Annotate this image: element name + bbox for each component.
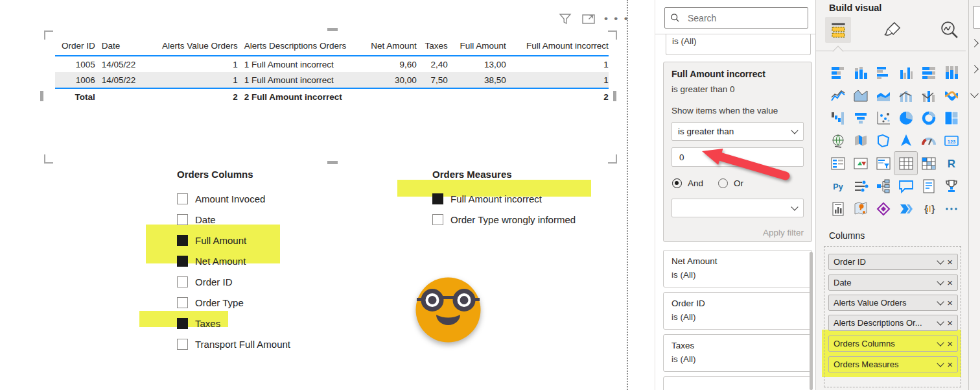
- column-header[interactable]: Date: [95, 36, 141, 56]
- visual-type-filled-map-icon[interactable]: [849, 129, 872, 152]
- chevron-down-icon[interactable]: [937, 339, 944, 346]
- and-radio[interactable]: [672, 178, 682, 188]
- selection-handle[interactable]: [327, 161, 338, 164]
- chevron-down-icon[interactable]: [937, 278, 944, 285]
- chevron-down-icon[interactable]: [937, 360, 944, 367]
- selection-handle[interactable]: [613, 91, 616, 101]
- table-cell[interactable]: 2,40: [417, 56, 448, 72]
- filter-card-partial-bottom[interactable]: [663, 376, 812, 390]
- visual-type-table-icon[interactable]: [894, 152, 917, 175]
- visual-type-r-script-visual-icon[interactable]: R: [940, 152, 962, 175]
- visual-type-100-stacked-column-chart-icon[interactable]: [940, 61, 962, 84]
- table-cell[interactable]: 14/05/22: [95, 72, 141, 88]
- unchecked-checkbox[interactable]: [177, 214, 188, 225]
- slicer-item[interactable]: Transport Full Amount: [177, 334, 290, 354]
- selection-handle[interactable]: [44, 30, 53, 40]
- selection-handle[interactable]: [608, 30, 617, 40]
- visual-type-100-stacked-bar-chart-icon[interactable]: [917, 61, 940, 84]
- visual-type-pie-chart-icon[interactable]: [894, 106, 917, 129]
- checked-checkbox[interactable]: [177, 318, 188, 329]
- column-header[interactable]: Full Amount incorrect: [506, 36, 609, 56]
- chevron-down-icon[interactable]: [937, 257, 944, 264]
- checked-checkbox[interactable]: [432, 193, 443, 204]
- visual-type-matrix-icon[interactable]: [917, 152, 940, 175]
- table-cell[interactable]: 38,50: [448, 72, 506, 88]
- column-header[interactable]: Full Amount: [448, 36, 506, 56]
- selection-handle[interactable]: [40, 91, 43, 101]
- apply-filter-button[interactable]: Apply filter: [671, 228, 804, 238]
- table-cell[interactable]: 1: [141, 72, 238, 88]
- slicer-item[interactable]: Full Amount: [177, 230, 290, 250]
- visual-type-ribbon-chart-icon[interactable]: [940, 84, 962, 106]
- unchecked-checkbox[interactable]: [177, 193, 188, 204]
- column-header[interactable]: Order ID: [55, 36, 95, 56]
- visual-type-area-chart-icon[interactable]: [849, 84, 872, 106]
- column-header[interactable]: Alerts Value Orders: [141, 36, 238, 56]
- focus-mode-icon[interactable]: [581, 10, 596, 27]
- remove-field-icon[interactable]: ×: [947, 258, 953, 266]
- visual-type-clustered-column-chart-icon[interactable]: [894, 61, 917, 84]
- field-pill-date[interactable]: Date×: [828, 274, 958, 291]
- remove-field-icon[interactable]: ×: [947, 319, 953, 327]
- pane-expand-chevron-right-icon[interactable]: [970, 65, 979, 73]
- unchecked-checkbox[interactable]: [177, 276, 188, 287]
- visual-type-funnel-chart-icon[interactable]: [849, 106, 872, 129]
- orders-table-visual[interactable]: Order IDDateAlerts Value OrdersAlerts De…: [55, 36, 609, 104]
- second-operator-dropdown[interactable]: [671, 199, 804, 217]
- unchecked-checkbox[interactable]: [177, 339, 188, 350]
- visual-type-stacked-column-chart-icon[interactable]: [849, 61, 872, 84]
- remove-field-icon[interactable]: ×: [947, 361, 953, 369]
- table-cell[interactable]: 1: [141, 56, 238, 72]
- column-header[interactable]: Taxes: [417, 36, 448, 56]
- visual-type-line-chart-icon[interactable]: [826, 84, 849, 106]
- field-pill-orders-measures[interactable]: Orders Measures×: [828, 356, 958, 372]
- table-cell[interactable]: 7,50: [417, 72, 448, 88]
- pane-expand-chevron-right-icon[interactable]: [970, 39, 979, 47]
- visual-type-kpi-icon[interactable]: [849, 152, 872, 175]
- slicer-item[interactable]: Order Type wrongly informed: [432, 209, 576, 230]
- field-pill-alerts-value-orders[interactable]: Alerts Value Orders×: [828, 295, 958, 311]
- unchecked-checkbox[interactable]: [432, 214, 443, 225]
- visual-type-scatter-chart-icon[interactable]: [872, 106, 894, 129]
- visual-type-waterfall-chart-icon[interactable]: [826, 106, 849, 129]
- visual-type-power-apps-icon[interactable]: [872, 197, 894, 220]
- table-cell[interactable]: 9,60: [356, 56, 417, 72]
- visual-type-donut-chart-icon[interactable]: [917, 106, 940, 129]
- selection-handle[interactable]: [608, 154, 617, 164]
- visual-type-gauge-icon[interactable]: [917, 129, 940, 152]
- visual-type-card-icon[interactable]: 123: [940, 129, 962, 152]
- selection-handle[interactable]: [327, 28, 338, 31]
- field-pill-order-id[interactable]: Order ID×: [828, 254, 958, 270]
- column-header[interactable]: Alerts Descriptions Orders: [238, 36, 356, 56]
- filter-card-net-amount[interactable]: Net Amountis (All): [663, 250, 812, 287]
- remove-field-icon[interactable]: ×: [947, 340, 953, 348]
- unchecked-checkbox[interactable]: [177, 297, 188, 308]
- filter-card-partial[interactable]: is (All): [666, 34, 811, 55]
- visual-type-map-icon[interactable]: [826, 129, 849, 152]
- visual-type-multi-row-card-icon[interactable]: [826, 152, 849, 175]
- visual-type-smart-narrative-icon[interactable]: [917, 175, 940, 197]
- tab-format[interactable]: [880, 17, 905, 43]
- pane-expand-chevron-down-icon[interactable]: [970, 90, 979, 98]
- remove-field-icon[interactable]: ×: [947, 279, 953, 287]
- table-cell[interactable]: 1006: [55, 72, 95, 88]
- visual-type-line-and-stacked-column-chart-icon[interactable]: [894, 84, 917, 106]
- table-row[interactable]: 100614/05/2211 Full Amount incorrect30,0…: [55, 72, 609, 88]
- visual-type-stacked-area-chart-icon[interactable]: [872, 84, 894, 106]
- checked-checkbox[interactable]: [177, 235, 188, 246]
- visual-type-shape-map-icon[interactable]: [872, 129, 894, 152]
- table-cell[interactable]: 30,00: [356, 72, 417, 88]
- slicer-item[interactable]: Date: [177, 209, 290, 230]
- filter-search-box[interactable]: [664, 7, 808, 29]
- table-cell[interactable]: 1: [506, 72, 609, 88]
- visual-type-power-automate-icon[interactable]: [894, 197, 917, 220]
- visual-type-arcgis-map-icon[interactable]: [849, 197, 872, 220]
- table-cell[interactable]: 14/05/22: [95, 56, 141, 72]
- slicer-item[interactable]: Order ID: [177, 271, 290, 292]
- visual-type-azure-map-icon[interactable]: [894, 129, 917, 152]
- chevron-down-icon[interactable]: [937, 318, 944, 325]
- more-options-icon[interactable]: • • •: [604, 16, 630, 22]
- search-input[interactable]: [686, 12, 786, 24]
- filter-card-order-id[interactable]: Order IDis (All): [663, 292, 812, 330]
- tab-fields[interactable]: [825, 17, 851, 43]
